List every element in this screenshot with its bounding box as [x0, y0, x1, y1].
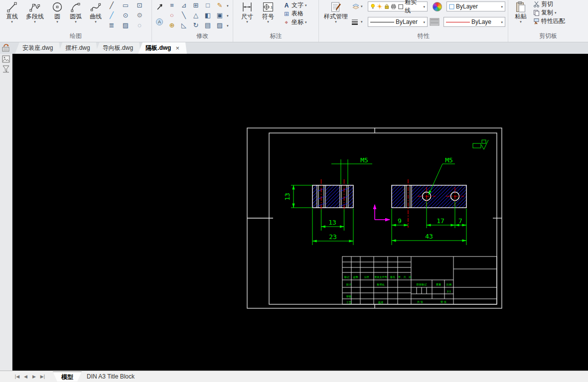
tb-process: 工艺 — [346, 301, 351, 304]
filter-funnel-icon[interactable] — [1, 65, 10, 73]
linetype2-dropdown[interactable]: ByLayer ▾ — [443, 17, 505, 27]
modify-hatch-edit-icon[interactable]: ▨ — [214, 20, 226, 30]
paste-label: 粘贴 — [515, 13, 527, 20]
dropdown-caret-icon: ▾ — [555, 11, 557, 14]
match-properties-button[interactable]: 特性匹配 — [533, 17, 565, 25]
table-lines-icon[interactable]: ≣ — [106, 20, 118, 30]
construction-line-icon[interactable]: ╱ — [106, 0, 118, 10]
modify-array-icon[interactable]: ≡ — [166, 0, 178, 10]
table-icon: ⊞ — [283, 10, 290, 17]
layer-dropdown[interactable]: 粗实线 ▾ — [368, 1, 428, 11]
match-properties-brush-icon — [533, 18, 540, 24]
linetype-dropdown[interactable]: ByLayer ▾ — [368, 17, 428, 27]
left-section-view — [312, 179, 353, 212]
paste-button[interactable]: 粘贴 ▾ — [511, 0, 531, 23]
nav-prev-icon[interactable]: ◀ — [22, 374, 29, 379]
doc-tab-daoxiangban[interactable]: 导向板.dwg — [95, 42, 141, 54]
color-dropdown[interactable]: ByLayer ▾ — [446, 1, 505, 11]
doc-tab-anzhuangzuo[interactable]: 安装座.dwg — [15, 42, 60, 54]
dropdown-caret-icon: ▾ — [267, 20, 269, 23]
modify-spin-icon[interactable]: ↻ — [190, 20, 202, 30]
tb-scale-value: 2:1 — [447, 290, 451, 293]
circle-icon — [51, 0, 63, 13]
symbol-button[interactable]: .1 符号 ▾ — [257, 0, 279, 23]
modify-offset-icon[interactable]: ╲ — [178, 10, 190, 20]
copy-label: 复制 — [541, 8, 553, 17]
linetype2-sample-icon — [446, 22, 470, 22]
symbol-icon: .1 — [262, 0, 274, 13]
rectangle-tool-icon[interactable]: ▭ — [120, 0, 132, 10]
modify-select-arrow-icon[interactable] — [156, 3, 164, 11]
doc-tab-baigan[interactable]: 摆杆.dwg — [58, 42, 97, 54]
current-linetype2-value: ByLayer — [471, 18, 491, 25]
point-tool-icon[interactable]: ◌ — [134, 20, 146, 30]
gear-tool-icon[interactable]: ⚙ — [134, 10, 146, 20]
dimension-button[interactable]: 尺寸 ▾ — [237, 0, 257, 23]
nav-next-icon[interactable]: ▶ — [31, 374, 37, 379]
modify-move-icon[interactable]: ○ — [166, 10, 178, 20]
modify-chamfer-icon[interactable]: ◺ — [178, 20, 190, 30]
modify-break-icon[interactable]: ⊞ — [190, 0, 202, 10]
dropdown-caret-icon[interactable]: ▾ — [227, 4, 229, 7]
color-wheel-icon[interactable] — [433, 2, 442, 11]
dropdown-caret-icon[interactable]: ▾ — [361, 4, 363, 8]
polyline-button[interactable]: 多段线 ▾ — [21, 0, 49, 23]
tb-scale-label: 比例 — [446, 283, 451, 286]
modify-tool-grid: ≡ ⊿ ⊞ □ ✎ ○ ╲ △ ◧ ▣ ⊕ ◺ ↻ ▤ ▨ — [166, 0, 226, 30]
curve-button[interactable]: 曲线 ▾ — [86, 0, 106, 23]
circle-button[interactable]: 圆 ▾ — [49, 0, 66, 23]
line-button[interactable]: 直线 ▾ — [3, 0, 21, 23]
lineweight-icon[interactable] — [351, 18, 359, 25]
tb-rev-header: 签名 — [390, 275, 395, 279]
modify-copy-icon[interactable]: ▣ — [214, 10, 226, 20]
thread-label-left: M5 — [360, 156, 368, 164]
dim-right-width: 43 — [425, 233, 433, 240]
copy-button[interactable]: 复制 ▾ — [533, 8, 565, 17]
modify-mirror-icon[interactable]: △ — [190, 10, 202, 20]
model-tab[interactable]: 模型 — [53, 372, 82, 382]
dense-lines-icon[interactable] — [430, 18, 440, 26]
dim-right-spacing: 17 — [437, 217, 444, 225]
cad-application-window: 直线 ▾ 多段线 ▾ 圆 ▾ 圆弧 ▾ — [0, 0, 588, 382]
nav-first-icon[interactable]: |◀ — [14, 374, 20, 379]
modify-annotative-icon[interactable]: A — [155, 18, 163, 26]
layer-tools-icon[interactable] — [352, 2, 360, 10]
tb-rev-header: 标记 — [344, 275, 350, 279]
layout-tab-din-a3[interactable]: DIN A3 Title Block — [78, 372, 143, 382]
dropdown-caret-icon: ▾ — [423, 20, 425, 24]
drawing-canvas[interactable]: 13 13 23 9 17 7 43 M5 M5 — [12, 54, 588, 371]
dropdown-caret-icon[interactable]: ▾ — [227, 24, 229, 27]
modify-3d-box-icon[interactable]: ▤ — [202, 20, 214, 30]
text-button[interactable]: A 文字 ▾ — [283, 1, 307, 9]
dropdown-caret-icon: ▾ — [305, 3, 307, 7]
dropdown-caret-icon: ▾ — [501, 5, 503, 8]
modify-fillet-icon[interactable]: ◧ — [202, 10, 214, 20]
viewport-image-icon[interactable] — [1, 55, 10, 63]
ray-tool-icon[interactable]: ╱ — [106, 10, 118, 20]
dropdown-caret-icon: ▾ — [11, 20, 13, 23]
hatch-tool-icon[interactable]: ▨ — [120, 20, 132, 30]
table-button[interactable]: ⊞ 表格 — [283, 9, 307, 18]
panel-modify: A ≡ ⊿ ⊞ □ ✎ ○ ╲ △ ◧ ▣ ⊕ ◺ ↻ ▤ ▨ ▾ ▾ ▾ 修改 — [152, 0, 233, 42]
dropdown-caret-icon[interactable]: ▾ — [361, 20, 363, 23]
modify-extend-icon[interactable]: ⊿ — [178, 0, 190, 10]
arc-button[interactable]: 圆弧 ▾ — [66, 0, 86, 23]
region-tool-icon[interactable]: ⊙ — [120, 10, 132, 20]
restore-layout-icon[interactable] — [1, 43, 11, 52]
nav-last-icon[interactable]: ▶| — [39, 374, 46, 379]
linetype-sample-icon — [370, 22, 394, 22]
layer-lock-icon — [384, 3, 389, 9]
modify-rotate-icon[interactable]: ⊕ — [166, 20, 178, 30]
modify-trim-icon[interactable]: ✎ — [214, 0, 226, 10]
cut-button[interactable]: 剪切 — [533, 0, 565, 8]
dropdown-caret-icon[interactable]: ▾ — [227, 14, 229, 17]
text-label: 文字 — [292, 1, 303, 9]
doc-tab-geban-active[interactable]: 隔板.dwg × — [138, 42, 187, 54]
style-manager-button[interactable]: 样式管理 ▾ — [321, 0, 350, 23]
doc-tab-label: 安装座.dwg — [22, 44, 53, 51]
modify-explode-icon[interactable]: □ — [202, 0, 214, 10]
close-tab-icon[interactable]: × — [175, 42, 179, 54]
block-tool-icon[interactable]: ⊡ — [134, 0, 146, 10]
curve-label: 曲线 — [90, 13, 102, 20]
coordinate-button[interactable]: ⌖ 坐标 ▾ — [283, 18, 307, 26]
